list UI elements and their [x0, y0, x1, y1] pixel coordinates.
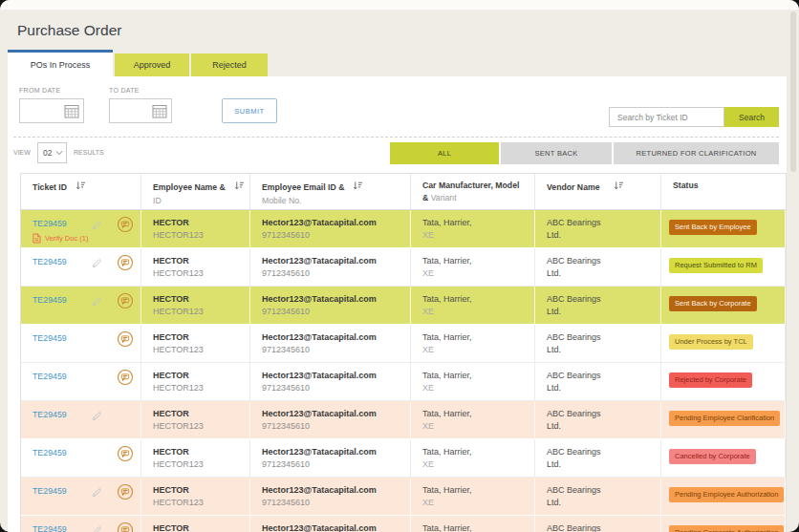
sort-icon[interactable]: [353, 181, 363, 193]
employee-cell: HECTOR HECTOR123: [141, 516, 250, 532]
table-row[interactable]: TE29459 HECTOR HECTOR123 Hector123@Tatac…: [21, 401, 786, 439]
tab-approved[interactable]: Approved: [115, 53, 189, 76]
ticket-cell: TE29459: [21, 478, 141, 516]
view-label: VIEW: [13, 149, 31, 156]
po-table: Ticket ID Employee Name & ID Employee Em…: [20, 173, 787, 532]
submit-button[interactable]: SUBMIT: [222, 98, 277, 123]
table-row[interactable]: TE29459 HECTOR HECTOR123 Hector123@Tatac…: [21, 363, 786, 401]
email-cell: Hector123@Tatacapital.com 9712345610: [250, 516, 411, 532]
tab-pos-in-process[interactable]: POs In Process: [8, 50, 113, 76]
table-row[interactable]: TE29459 HECTOR HECTOR123 Hector123@Tatac…: [21, 516, 786, 532]
employee-cell: HECTOR HECTOR123: [141, 439, 250, 478]
car-cell: Tata, Harrier, XE: [411, 248, 535, 287]
col-header-ticket-id[interactable]: Ticket ID: [21, 174, 141, 209]
status-cell: Request Submitted to RM: [661, 248, 786, 287]
ticket-id-link[interactable]: TE29459: [32, 295, 67, 305]
employee-cell: HECTOR HECTOR123: [141, 248, 250, 287]
edit-icon[interactable]: [91, 409, 103, 426]
tab-rejected[interactable]: Rejected: [191, 53, 268, 76]
ticket-id-link[interactable]: TE29459: [32, 524, 67, 532]
ticket-id-link[interactable]: TE29459: [32, 410, 67, 419]
verify-doc-link[interactable]: Verify Doc (1): [32, 233, 88, 244]
col-header-employee-name[interactable]: Employee Name & ID: [141, 174, 250, 209]
car-cell: Tata, Harrier, XE: [411, 363, 535, 401]
filter-returned-button[interactable]: RETURNED FOR CLARIFICATION: [614, 142, 779, 164]
table-row[interactable]: TE29459 Verify Doc (1) HECTOR HECTOR123 …: [21, 210, 786, 248]
search-button[interactable]: Search: [724, 107, 779, 127]
status-badge: Cancelled by Corporate: [669, 449, 756, 464]
filter-sent-back-button[interactable]: SENT BACK: [501, 142, 612, 164]
edit-icon[interactable]: [91, 218, 103, 235]
table-row[interactable]: TE29459 HECTOR HECTOR123 Hector123@Tatac…: [21, 287, 786, 325]
comment-icon[interactable]: [117, 483, 134, 504]
email-cell: Hector123@Tatacapital.com 9712345610: [250, 248, 411, 287]
edit-icon[interactable]: [91, 485, 103, 502]
sort-icon[interactable]: [234, 181, 245, 193]
to-date-label: TO DATE: [109, 87, 140, 94]
comment-icon[interactable]: [117, 254, 134, 275]
car-cell: Tata, Harrier, XE: [411, 401, 535, 439]
ticket-cell: TE29459: [21, 287, 141, 325]
status-cell: Pending Employee Authorization: [661, 478, 786, 516]
col-header-employee-email[interactable]: Employee Email ID & Mobile No.: [250, 174, 411, 209]
employee-cell: HECTOR HECTOR123: [141, 325, 250, 363]
ticket-id-link[interactable]: TE29459: [32, 486, 67, 496]
ticket-cell: TE29459: [21, 363, 141, 401]
vendor-cell: ABC Bearings Ltd.: [535, 325, 661, 363]
col-header-car[interactable]: Car Manufacturer, Model & Variant: [411, 174, 535, 209]
employee-cell: HECTOR HECTOR123: [141, 363, 250, 401]
comment-icon[interactable]: [117, 445, 134, 466]
page-title: Purchase Order: [17, 22, 121, 39]
vendor-cell: ABC Bearings Ltd.: [535, 516, 661, 532]
edit-icon[interactable]: [91, 256, 103, 273]
employee-cell: HECTOR HECTOR123: [141, 401, 250, 439]
ticket-id-link[interactable]: TE29459: [32, 257, 67, 266]
vendor-cell: ABC Bearings Ltd.: [535, 478, 661, 516]
email-cell: Hector123@Tatacapital.com 9712345610: [250, 439, 411, 478]
comment-icon[interactable]: [117, 330, 134, 351]
table-row[interactable]: TE29459 HECTOR HECTOR123 Hector123@Tatac…: [21, 439, 786, 478]
view-count-select[interactable]: 02: [37, 142, 67, 163]
car-cell: Tata, Harrier, XE: [411, 287, 535, 325]
col-header-vendor[interactable]: Vendor Name: [535, 174, 661, 209]
from-date-input[interactable]: [19, 98, 84, 123]
car-cell: Tata, Harrier, XE: [411, 439, 535, 478]
car-cell: Tata, Harrier, XE: [411, 478, 535, 516]
ticket-id-link[interactable]: TE29459: [32, 372, 67, 381]
ticket-id-link[interactable]: TE29459: [32, 219, 67, 228]
comment-icon[interactable]: [117, 292, 134, 313]
col-header-status[interactable]: Status: [661, 174, 786, 209]
vendor-cell: ABC Bearings Ltd.: [535, 401, 661, 439]
status-badge: Pending Employee Clarification: [669, 411, 780, 426]
status-cell: Sent Back by Employee: [661, 210, 786, 248]
results-label: RESULTS: [74, 149, 104, 156]
comment-icon[interactable]: [117, 521, 134, 532]
status-badge: Sent Back by Employee: [669, 220, 757, 235]
edit-icon[interactable]: [91, 294, 103, 311]
email-cell: Hector123@Tatacapital.com 9712345610: [250, 325, 411, 363]
ticket-id-link[interactable]: TE29459: [32, 333, 67, 343]
comment-icon[interactable]: [117, 216, 134, 237]
calendar-icon[interactable]: [64, 104, 79, 122]
status-cell: Pending Employee Clarification: [661, 401, 786, 439]
vendor-cell: ABC Bearings Ltd.: [535, 210, 661, 248]
top-strip: [0, 0, 799, 10]
filter-all-button[interactable]: ALL: [390, 142, 499, 164]
vendor-cell: ABC Bearings Ltd.: [535, 363, 661, 401]
to-date-input[interactable]: [109, 98, 172, 123]
edit-icon[interactable]: [91, 523, 103, 532]
scrollbar-thumb[interactable]: [790, 11, 796, 172]
email-cell: Hector123@Tatacapital.com 9712345610: [250, 478, 411, 516]
table-row[interactable]: TE29459 HECTOR HECTOR123 Hector123@Tatac…: [21, 478, 786, 516]
sort-icon[interactable]: [614, 181, 624, 193]
comment-icon[interactable]: [117, 369, 134, 390]
vendor-cell: ABC Bearings Ltd.: [535, 248, 661, 287]
calendar-icon[interactable]: [152, 104, 167, 122]
table-row[interactable]: TE29459 HECTOR HECTOR123 Hector123@Tatac…: [21, 325, 786, 363]
search-input[interactable]: [609, 107, 724, 127]
employee-cell: HECTOR HECTOR123: [141, 287, 250, 325]
table-row[interactable]: TE29459 HECTOR HECTOR123 Hector123@Tatac…: [21, 248, 786, 287]
sort-icon[interactable]: [76, 181, 86, 193]
status-badge: Pending Employee Authorization: [669, 487, 784, 502]
ticket-id-link[interactable]: TE29459: [32, 448, 67, 458]
